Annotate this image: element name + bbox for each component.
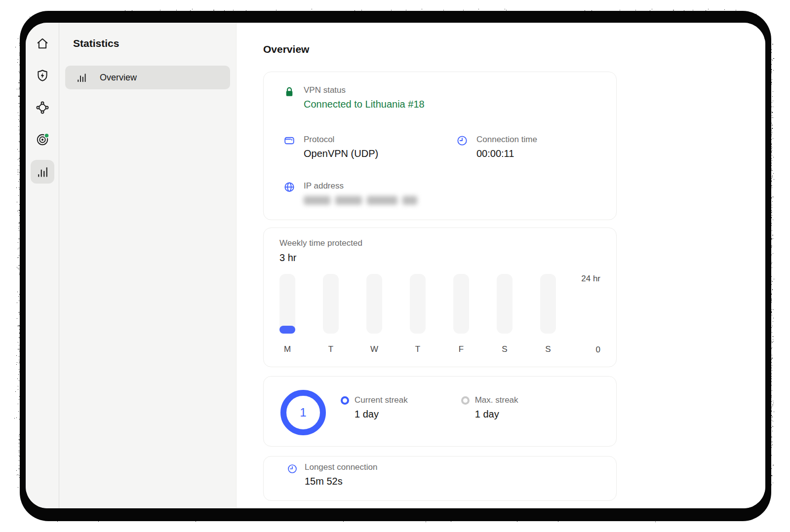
bar-track (453, 274, 469, 334)
bar-track (497, 274, 513, 334)
bar-track (410, 274, 426, 334)
nav-dark-web-monitor-button[interactable] (31, 128, 54, 152)
ip-redacted-blur (304, 196, 417, 205)
vpn-status-row: VPN status Connected to Lithuania #18 (282, 85, 597, 112)
y-min-label: 0 (596, 345, 600, 355)
protocol-value: OpenVPN (UDP) (304, 146, 378, 161)
chart-column: T (323, 274, 339, 355)
day-label: S (497, 344, 513, 355)
radar-icon (35, 132, 50, 147)
vpn-status-card: VPN status Connected to Lithuania #18 (263, 72, 617, 220)
streak-card: 1 Current streak 1 day Max. streak 1 day (263, 376, 617, 447)
day-label: F (453, 344, 469, 355)
max-streak-bullet-icon (461, 396, 470, 405)
chart-column: W (366, 274, 382, 355)
chart-column: M (279, 274, 295, 355)
vpn-status-value: Connected to Lithuania #18 (304, 97, 425, 112)
max-streak-block: Max. streak 1 day (461, 395, 518, 446)
statistics-panel: Statistics Overview (59, 23, 236, 508)
bar-track (366, 274, 382, 334)
bar-track (279, 274, 295, 334)
connection-time-label: Connection time (476, 134, 537, 145)
nav-meshnet-button[interactable] (31, 96, 54, 119)
weekly-protected-card: Weekly time protected 3 hr MTWTFSS 24 hr… (263, 228, 617, 367)
vpn-status-label: VPN status (304, 85, 425, 96)
ip-address-block: IP address (282, 181, 597, 205)
app-window: Statistics Overview Overview (26, 23, 765, 508)
bar-chart-icon (75, 71, 88, 84)
protocol-block: Protocol OpenVPN (UDP) (282, 134, 455, 161)
lock-icon (282, 85, 296, 99)
protocol-label: Protocol (304, 134, 378, 145)
panel-title: Statistics (73, 38, 222, 49)
day-label: T (410, 344, 426, 355)
max-streak-value: 1 day (475, 407, 518, 421)
current-streak-bullet-icon (341, 396, 349, 405)
weekly-title: Weekly time protected (279, 238, 600, 249)
nav-threat-protection-button[interactable] (31, 64, 54, 87)
globe-icon (282, 181, 296, 193)
page-title: Overview (263, 43, 765, 55)
main-content: Overview VPN status Connected to Lithuan… (236, 23, 765, 508)
current-streak-block: Current streak 1 day (341, 395, 408, 446)
longest-connection-card: Longest connection 15m 52s (263, 456, 617, 501)
day-label: W (366, 344, 382, 355)
ip-address-label: IP address (304, 181, 417, 191)
chart-column: F (453, 274, 469, 355)
nav-statistics-button[interactable] (31, 160, 54, 184)
nav-rail (26, 23, 59, 508)
weekly-chart-area: MTWTFSS 24 hr 0 (279, 274, 600, 355)
day-label: M (279, 344, 295, 355)
connection-time-value: 00:00:11 (476, 146, 537, 161)
chart-column: S (540, 274, 556, 355)
longest-connection-value: 15m 52s (305, 474, 377, 489)
longest-connection-label: Longest connection (305, 462, 377, 473)
shield-lightning-icon (35, 68, 50, 83)
meshnet-icon (35, 100, 50, 115)
nav-home-button[interactable] (31, 32, 54, 55)
home-icon (35, 36, 50, 51)
bar-chart-icon (35, 164, 50, 179)
green-status-dot (44, 133, 48, 138)
screenshot-canvas: Statistics Overview Overview (0, 0, 790, 532)
weekly-total: 3 hr (279, 251, 600, 265)
streak-ring: 1 (280, 389, 326, 436)
y-max-label: 24 hr (581, 274, 600, 284)
max-streak-label: Max. streak (475, 395, 518, 406)
day-label: S (540, 344, 556, 355)
chart-column: S (497, 274, 513, 355)
connection-time-block: Connection time 00:00:11 (455, 134, 537, 161)
clock-icon (455, 134, 469, 147)
wallet-icon (282, 134, 296, 147)
bar-track (323, 274, 339, 334)
bar-track (540, 274, 556, 334)
streak-ring-value: 1 (280, 389, 326, 436)
current-streak-value: 1 day (355, 407, 408, 421)
sidebar-item-overview[interactable]: Overview (65, 66, 230, 89)
current-streak-label: Current streak (355, 395, 408, 406)
status-detail-row: Protocol OpenVPN (UDP) Connection time (282, 134, 597, 161)
weekly-chart: MTWTFSS (279, 274, 600, 355)
day-label: T (323, 344, 339, 355)
bar-value (279, 326, 295, 334)
sidebar-item-label: Overview (100, 73, 137, 83)
chart-column: T (410, 274, 426, 355)
clock-icon (286, 463, 298, 475)
